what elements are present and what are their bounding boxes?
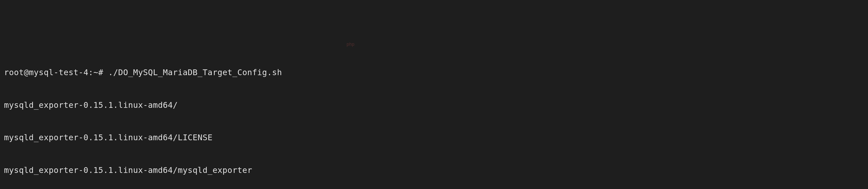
terminal-line: mysqld_exporter-0.15.1.linux-amd64/	[4, 100, 864, 111]
terminal-line: mysqld_exporter-0.15.1.linux-amd64/LICEN…	[4, 132, 864, 143]
terminal-output[interactable]: root@mysql-test-4:~# ./DO_MySQL_MariaDB_…	[4, 45, 864, 189]
terminal-line: root@mysql-test-4:~# ./DO_MySQL_MariaDB_…	[4, 67, 864, 78]
prompt: root@mysql-test-4:~#	[4, 68, 103, 77]
terminal-line: mysqld_exporter-0.15.1.linux-amd64/mysql…	[4, 165, 864, 176]
command-text: ./DO_MySQL_MariaDB_Target_Config.sh	[103, 68, 282, 77]
